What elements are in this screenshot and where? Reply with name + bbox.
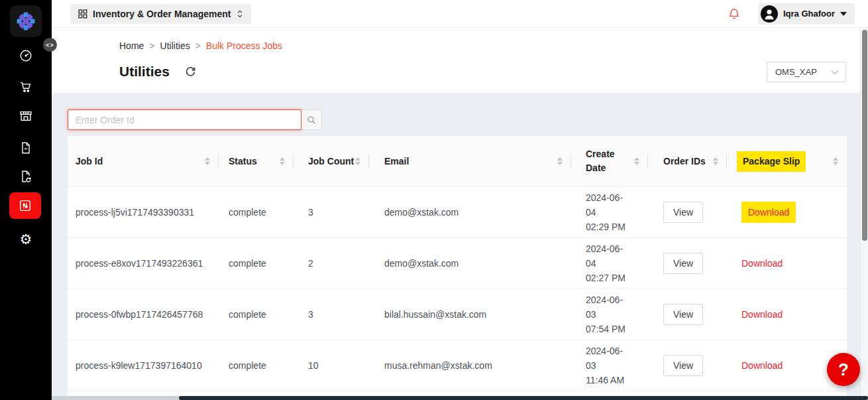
- job-id-cell: process-lj5vi1717493390331: [68, 187, 219, 237]
- sort-icon[interactable]: [557, 157, 563, 165]
- user-name: Iqra Ghafoor: [783, 9, 835, 19]
- column-header-job-id[interactable]: Job Id: [68, 136, 219, 186]
- refresh-button[interactable]: [184, 66, 197, 78]
- status-cell: complete: [219, 238, 294, 289]
- create-date-cell: 2024-06-04 02:27 PM: [571, 238, 648, 289]
- app-logo[interactable]: [10, 5, 42, 37]
- table-row: process-0fwbp1717426457768 complete 3 bi…: [68, 289, 847, 340]
- gear-icon: ⚙: [20, 232, 32, 246]
- document-icon: [19, 141, 33, 155]
- updown-chevrons-icon: [237, 9, 243, 19]
- grid-icon: [78, 9, 87, 19]
- view-button[interactable]: View: [663, 355, 703, 376]
- create-date-cell: 2024-06-04 02:29 PM: [571, 187, 648, 237]
- topbar: Inventory & Order Management Iqra Ghafoo…: [52, 0, 868, 28]
- sort-icon[interactable]: [833, 157, 838, 165]
- top-region: Inventory & Order Management Iqra Ghafoo…: [52, 0, 868, 93]
- sort-icon[interactable]: [355, 157, 360, 165]
- breadcrumb-separator: >: [195, 40, 201, 51]
- package-slip-cell: Download: [727, 187, 847, 237]
- xstak-logo-icon: [14, 9, 38, 33]
- table-row: process-e8xov1717493226361 complete 2 de…: [68, 238, 847, 289]
- sidebar-item-bulk-process-active[interactable]: [9, 192, 41, 219]
- column-header-create-date[interactable]: Create Date: [571, 136, 648, 186]
- breadcrumb-home[interactable]: Home: [119, 40, 144, 51]
- user-menu[interactable]: Iqra Ghafoor: [758, 3, 855, 25]
- email-cell: demo@xstak.com: [369, 238, 571, 289]
- email-cell: musa.rehman@xstak.com: [369, 340, 571, 391]
- order-ids-cell: View: [648, 238, 727, 289]
- email-cell: demo@xstak.com: [369, 187, 571, 237]
- download-link[interactable]: Download: [741, 358, 783, 373]
- cart-icon: [19, 80, 33, 94]
- sidebar-item-orders[interactable]: [0, 74, 52, 100]
- sidebar-item-settings[interactable]: ⚙: [0, 226, 52, 252]
- job-count-cell: 3: [294, 289, 369, 340]
- job-count-cell: 2: [294, 238, 369, 289]
- horizontal-scrollbar-thumb[interactable]: [179, 396, 868, 400]
- order-ids-cell: View: [648, 187, 727, 237]
- status-cell: complete: [219, 187, 294, 237]
- store-icon: [19, 109, 33, 123]
- column-header-email[interactable]: Email: [369, 136, 571, 186]
- table-row: process-lj5vi1717493390331 complete 3 de…: [68, 187, 847, 238]
- horizontal-scrollbar[interactable]: [52, 396, 868, 400]
- table-header-row: Job Id Status Job Count Email Create Dat…: [68, 136, 847, 187]
- search-button[interactable]: [301, 109, 322, 130]
- sidebar-item-documents[interactable]: [0, 135, 52, 161]
- create-date-cell: 2024-06-03 07:54 PM: [571, 289, 648, 340]
- job-count-cell: 3: [294, 187, 369, 237]
- download-link[interactable]: Download: [741, 307, 783, 322]
- sliders-icon: [18, 198, 32, 213]
- help-button[interactable]: ?: [827, 353, 860, 386]
- notification-bell-icon[interactable]: [728, 7, 741, 21]
- status-cell: complete: [219, 289, 294, 340]
- job-id-cell: process-0fwbp1717426457768: [68, 289, 219, 340]
- table-row: process-k9lew1717397164010 complete 10 m…: [68, 340, 847, 391]
- email-cell: bilal.hussain@xstak.com: [369, 289, 571, 340]
- breadcrumb: Home > Utilities > Bulk Process Jobs: [119, 40, 282, 51]
- sort-icon[interactable]: [205, 157, 210, 165]
- download-link[interactable]: Download: [741, 256, 783, 271]
- view-button[interactable]: View: [663, 202, 703, 223]
- page-title: Utilities: [119, 64, 170, 80]
- dashboard-gauge-icon: [19, 48, 33, 63]
- order-ids-cell: View: [648, 340, 727, 391]
- job-id-cell: process-k9lew1717397164010: [68, 340, 219, 391]
- view-button[interactable]: View: [663, 253, 703, 274]
- workspace-select[interactable]: OMS_XAP: [767, 62, 846, 82]
- person-icon: [761, 5, 778, 23]
- sidebar: ⚙: [0, 0, 52, 400]
- job-count-cell: 10: [294, 340, 369, 391]
- breadcrumb-utilities[interactable]: Utilities: [160, 40, 190, 51]
- app-switcher[interactable]: Inventory & Order Management: [70, 4, 251, 24]
- order-id-search-input[interactable]: [68, 109, 301, 130]
- workspace-selected-value: OMS_XAP: [775, 67, 831, 77]
- table-body: process-lj5vi1717493390331 complete 3 de…: [68, 187, 847, 391]
- sidebar-item-store[interactable]: [0, 103, 52, 129]
- package-slip-cell: Download: [727, 238, 847, 289]
- sort-icon[interactable]: [634, 157, 639, 165]
- column-header-job-count[interactable]: Job Count: [294, 136, 369, 186]
- job-id-cell: process-e8xov1717493226361: [68, 238, 219, 289]
- chevron-down-icon: [840, 12, 847, 16]
- column-header-package-slip[interactable]: Package Slip: [727, 136, 847, 186]
- sidebar-collapse-toggle[interactable]: <>: [43, 38, 57, 52]
- search-icon: [306, 115, 317, 125]
- refresh-icon: [184, 66, 197, 78]
- sort-icon[interactable]: [713, 157, 718, 165]
- status-cell: complete: [219, 340, 294, 391]
- sidebar-item-document-sync[interactable]: [0, 163, 52, 190]
- app-switcher-label: Inventory & Order Management: [93, 9, 231, 19]
- column-header-order-ids[interactable]: Order IDs: [648, 136, 727, 186]
- download-link[interactable]: Download: [741, 202, 796, 223]
- column-header-status[interactable]: Status: [219, 136, 294, 186]
- view-button[interactable]: View: [663, 304, 703, 325]
- avatar: [761, 5, 778, 23]
- vertical-scrollbar[interactable]: [860, 29, 868, 396]
- breadcrumb-current[interactable]: Bulk Process Jobs: [206, 40, 282, 51]
- vertical-scrollbar-thumb[interactable]: [862, 30, 867, 241]
- sort-icon[interactable]: [280, 157, 285, 165]
- breadcrumb-separator: >: [149, 40, 154, 51]
- chevron-down-icon: [831, 70, 839, 75]
